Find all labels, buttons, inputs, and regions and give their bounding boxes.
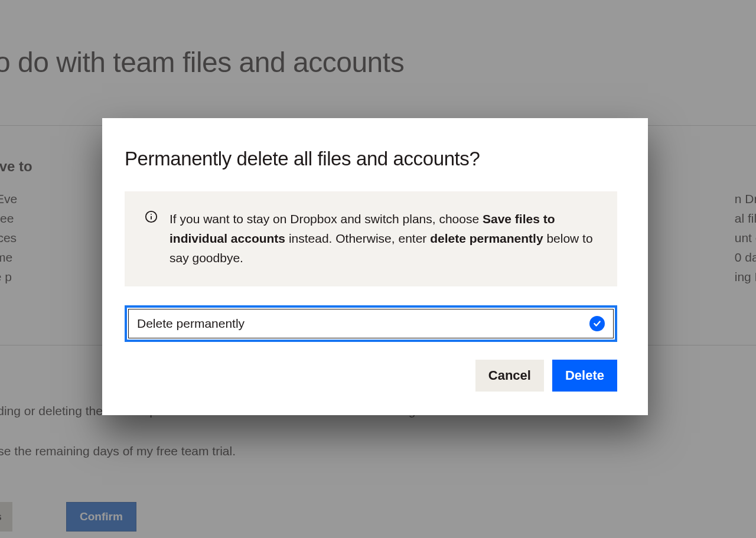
info-icon: [145, 209, 158, 268]
delete-button[interactable]: Delete: [552, 360, 617, 392]
delete-confirmation-input[interactable]: [137, 317, 589, 331]
info-text: If you want to stay on Dropbox and switc…: [170, 209, 598, 268]
confirmation-input-focus-ring: [125, 305, 617, 342]
cancel-button[interactable]: Cancel: [475, 360, 544, 392]
checkmark-icon: [589, 316, 605, 331]
info-text-mid: instead. Otherwise, enter: [285, 231, 430, 245]
info-callout: If you want to stay on Dropbox and switc…: [125, 191, 617, 286]
modal-actions: Cancel Delete: [125, 360, 617, 392]
info-text-prefix: If you want to stay on Dropbox and switc…: [170, 212, 483, 226]
svg-point-2: [151, 214, 152, 215]
delete-confirmation-modal: Permanently delete all files and account…: [102, 118, 648, 415]
info-text-bold-2: delete permanently: [430, 231, 543, 245]
modal-title: Permanently delete all files and account…: [125, 148, 617, 170]
confirmation-input-container[interactable]: [128, 309, 614, 338]
